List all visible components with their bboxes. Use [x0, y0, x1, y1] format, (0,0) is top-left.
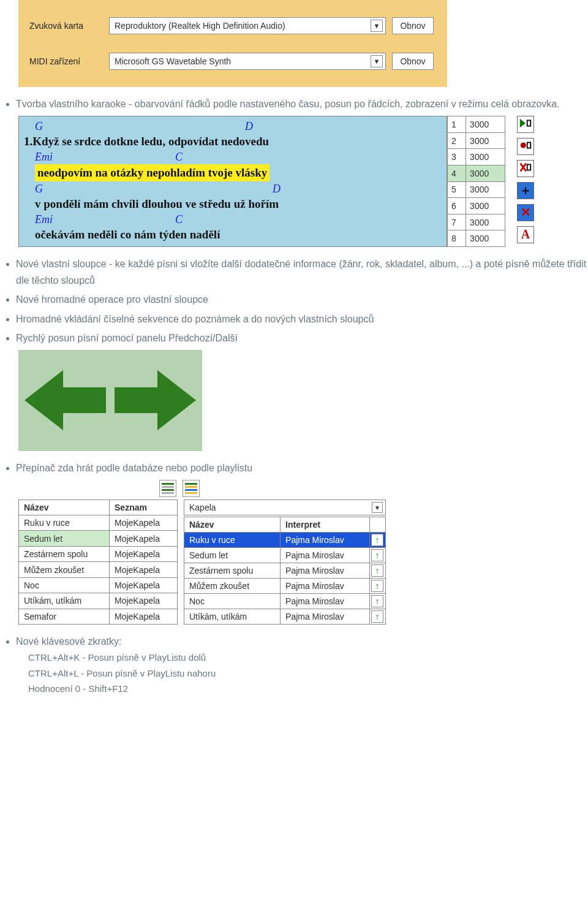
- lyrics-box: GD 1.Když se srdce dotkne ledu, odpovída…: [18, 116, 447, 247]
- timing-index: 3: [448, 149, 466, 165]
- sound-card-label: Zvuková karta: [29, 21, 109, 31]
- timing-row[interactable]: 63000: [448, 198, 505, 215]
- feature-item: Nové klávesové zkratky: CTRL+Alt+K - Pos…: [16, 633, 588, 697]
- table-row[interactable]: SemaforMojeKapela: [19, 609, 178, 624]
- record-start-icon[interactable]: [517, 116, 534, 133]
- song-name: Utíkám, utíkám: [19, 593, 110, 609]
- table-row[interactable]: Zestárnem spoluPajma Miroslav↑: [184, 563, 386, 579]
- playlist-name: Zestárnem spolu: [184, 563, 281, 579]
- timing-row[interactable]: 83000: [448, 230, 505, 247]
- song-list: MojeKapela: [110, 562, 178, 577]
- playlist-header-interpret: Interpret: [281, 517, 370, 533]
- song-list: MojeKapela: [110, 577, 178, 593]
- timing-index: 7: [448, 214, 466, 230]
- move-up-icon[interactable]: ↑: [371, 610, 383, 623]
- song-name: Noc: [19, 577, 110, 593]
- refresh-button[interactable]: Obnov: [392, 17, 434, 34]
- shortcut-line: Hodnocení 0 - Shift+F12: [28, 681, 588, 697]
- move-up-icon[interactable]: ↑: [371, 580, 383, 592]
- refresh-button[interactable]: Obnov: [392, 53, 434, 70]
- playlist-toggle-icons: [159, 480, 588, 497]
- prev-next-panel: [18, 350, 202, 451]
- timing-value: 3000: [466, 230, 505, 247]
- timing-index: 6: [448, 198, 466, 215]
- verse-number: 1.: [24, 135, 32, 148]
- midi-device-value: Microsoft GS Wavetable Synth: [115, 56, 231, 66]
- sound-card-value: Reproduktory (Realtek High Definition Au…: [115, 21, 285, 31]
- playlist-table: Název Interpret Ruku v rucePajma Mirosla…: [184, 517, 386, 625]
- table-row[interactable]: Sedum letMojeKapela: [19, 531, 178, 546]
- audio-settings-panel: Zvuková karta Reproduktory (Realtek High…: [18, 0, 447, 87]
- table-row[interactable]: NocPajma Miroslav↑: [184, 594, 386, 609]
- add-row-icon[interactable]: ＋: [517, 182, 534, 199]
- move-up-icon[interactable]: ↑: [371, 534, 383, 546]
- playlist-name: Ruku v ruce: [184, 533, 281, 548]
- playlist-interpret: Pajma Miroslav: [281, 594, 370, 609]
- playlist-name: Sedum let: [184, 548, 281, 563]
- playlist-view-icon[interactable]: [183, 480, 200, 497]
- song-list: MojeKapela: [110, 531, 178, 546]
- timing-value: 3000: [466, 132, 505, 149]
- record-delete-icon[interactable]: [517, 160, 534, 177]
- timing-value: 3000: [466, 214, 505, 230]
- timing-value: 3000: [466, 181, 505, 198]
- auto-icon[interactable]: A: [517, 226, 534, 243]
- midi-device-select[interactable]: Microsoft GS Wavetable Synth ▼: [109, 53, 386, 70]
- song-name: Sedum let: [19, 531, 110, 546]
- timing-table: 1300023000330004300053000630007300083000: [447, 116, 505, 247]
- song-name: Můžem zkoušet: [19, 562, 110, 577]
- sound-card-select[interactable]: Reproduktory (Realtek High Definition Au…: [109, 17, 386, 34]
- timing-row[interactable]: 43000: [448, 165, 505, 181]
- arrow-left-icon[interactable]: [24, 363, 110, 437]
- timing-row[interactable]: 33000: [448, 149, 505, 165]
- table-row[interactable]: Zestárnem spoluMojeKapela: [19, 546, 178, 561]
- table-row[interactable]: Ruku v ruceMojeKapela: [19, 515, 178, 531]
- chord: Emi: [35, 150, 53, 164]
- song-list: MojeKapela: [110, 609, 178, 624]
- shortcut-line: CTRL+Alt+L - Posun písně v PlayListu nah…: [28, 666, 588, 682]
- table-row[interactable]: Utíkám, utíkámPajma Miroslav↑: [184, 609, 386, 625]
- lyric-line-highlighted: neodpovím na otázky nepohladím tvoje vlá…: [35, 164, 270, 181]
- chord: D: [245, 119, 253, 134]
- chevron-down-icon: ▼: [371, 55, 383, 67]
- database-view-icon[interactable]: [159, 480, 176, 497]
- table-row[interactable]: Utíkám, utíkámMojeKapela: [19, 593, 178, 609]
- table-row[interactable]: NocMojeKapela: [19, 577, 178, 593]
- feature-item: Tvorba vlastního karaoke - obarvování řá…: [16, 96, 588, 112]
- feature-item: Rychlý posun písní pomocí panelu Předcho…: [16, 330, 588, 346]
- timing-row[interactable]: 53000: [448, 181, 505, 198]
- chord: C: [175, 212, 183, 227]
- feature-item: Nové hromadné operace pro vlastní sloupc…: [16, 291, 588, 308]
- playlist-interpret: Pajma Miroslav: [281, 609, 370, 625]
- timing-index: 8: [448, 230, 466, 247]
- playlist-interpret: Pajma Miroslav: [281, 579, 370, 594]
- midi-device-label: MIDI zařízení: [29, 56, 109, 66]
- record-stop-icon[interactable]: [517, 138, 534, 155]
- remove-row-icon[interactable]: ✕: [517, 204, 534, 221]
- timing-row[interactable]: 23000: [448, 132, 505, 149]
- playlist-interpret: Pajma Miroslav: [281, 533, 370, 548]
- playlist-interpret: Pajma Miroslav: [281, 548, 370, 563]
- chevron-down-icon: ▼: [371, 20, 383, 32]
- chord: G: [35, 119, 43, 134]
- playlist-name: Noc: [184, 594, 281, 609]
- timing-row[interactable]: 73000: [448, 214, 505, 230]
- table-row[interactable]: Sedum letPajma Miroslav↑: [184, 548, 386, 563]
- table-row[interactable]: Můžem zkoušetMojeKapela: [19, 562, 178, 577]
- move-up-icon[interactable]: ↑: [371, 564, 383, 577]
- band-select[interactable]: Kapela ▼: [184, 499, 386, 515]
- move-up-icon[interactable]: ↑: [371, 549, 383, 561]
- arrow-right-icon[interactable]: [110, 363, 196, 437]
- band-value: Kapela: [189, 503, 216, 512]
- timing-row[interactable]: 13000: [448, 116, 505, 133]
- timing-value: 3000: [466, 165, 505, 181]
- table-row[interactable]: Ruku v rucePajma Miroslav↑: [184, 533, 386, 548]
- timing-index: 2: [448, 132, 466, 149]
- chord: Emi: [35, 212, 53, 227]
- shortcut-line: CTRL+Alt+K - Posun písně v PlayListu dol…: [28, 650, 588, 666]
- song-name: Ruku v ruce: [19, 515, 110, 531]
- songs-header-list: Seznam: [110, 500, 178, 515]
- move-up-icon[interactable]: ↑: [371, 595, 383, 607]
- table-row[interactable]: Můžem zkoušetPajma Miroslav↑: [184, 579, 386, 594]
- svg-point-0: [521, 143, 526, 148]
